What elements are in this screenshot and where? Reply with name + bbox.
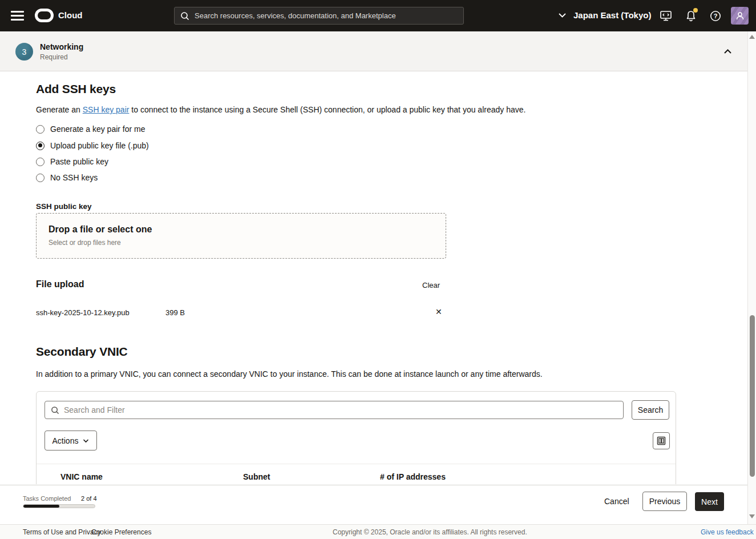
ssh-keys-description: Generate an SSH key pair to connect to t… xyxy=(36,105,525,114)
global-search-bar[interactable] xyxy=(174,7,464,25)
top-navigation-bar: Cloud Japan East (Tokyo) ? xyxy=(0,0,756,31)
ssh-key-option[interactable]: Paste public key xyxy=(36,157,108,166)
vnic-filter-input[interactable] xyxy=(64,405,617,415)
actions-dropdown-button[interactable]: Actions xyxy=(45,431,97,450)
cancel-button[interactable]: Cancel xyxy=(604,497,629,506)
chevron-down-icon xyxy=(83,439,89,443)
add-ssh-keys-title: Add SSH keys xyxy=(36,82,116,96)
radio-label: Paste public key xyxy=(50,157,108,166)
file-size: 399 B xyxy=(165,308,185,317)
file-upload-heading: File upload xyxy=(36,279,84,289)
radio-icon xyxy=(36,142,45,150)
search-icon xyxy=(180,11,189,21)
secondary-vnic-title: Secondary VNIC xyxy=(36,345,128,359)
vnic-filter-bar[interactable] xyxy=(45,401,624,419)
wizard-footer-bar: Tasks Completed 2 of 4 Cancel Previous N… xyxy=(0,485,747,524)
progress-fill xyxy=(23,505,59,508)
column-header-subnet: Subnet xyxy=(243,472,270,481)
dropzone-subtitle: Select or drop files here xyxy=(48,239,434,247)
wizard-step-header: 3 Networking Required xyxy=(0,31,747,71)
copyright-text: Copyright © 2025, Oracle and/or its affi… xyxy=(333,528,527,536)
vnic-table-header: VNIC name Subnet # of IP addresses xyxy=(37,464,676,484)
next-button[interactable]: Next xyxy=(695,492,724,511)
search-icon xyxy=(51,406,59,415)
cookie-preferences-link[interactable]: Cookie Preferences xyxy=(91,528,151,536)
dropzone-title: Drop a file or select one xyxy=(48,224,434,235)
vnic-list-card: Search Actions VNIC name Subnet # of IP … xyxy=(36,391,676,484)
svg-text:?: ? xyxy=(714,13,718,19)
ssh-key-pair-link[interactable]: SSH key pair xyxy=(83,105,130,114)
ssh-public-key-label: SSH public key xyxy=(36,202,92,211)
radio-label: No SSH keys xyxy=(50,173,98,182)
vertical-scrollbar[interactable] xyxy=(747,31,756,524)
region-selector[interactable]: Japan East (Tokyo) xyxy=(573,10,651,20)
column-header-ip-addresses: # of IP addresses xyxy=(380,472,446,481)
ssh-key-option[interactable]: Generate a key pair for me xyxy=(36,124,145,134)
hamburger-menu-icon[interactable] xyxy=(11,11,24,21)
tasks-completed-count: 2 of 4 xyxy=(81,495,97,502)
radio-label: Upload public key file (.pub) xyxy=(50,141,149,150)
manage-columns-button[interactable] xyxy=(653,432,670,449)
table-columns-icon xyxy=(657,436,666,445)
tasks-completed-label: Tasks Completed xyxy=(23,495,71,502)
radio-icon xyxy=(36,125,45,134)
notifications-bell-icon[interactable] xyxy=(685,10,697,22)
scrollbar-thumb[interactable] xyxy=(750,315,755,477)
actions-label: Actions xyxy=(52,436,79,445)
global-search-input[interactable] xyxy=(195,11,458,20)
person-icon xyxy=(735,11,745,21)
step-number-badge: 3 xyxy=(15,43,33,61)
radio-icon xyxy=(36,158,45,166)
vnic-search-button[interactable]: Search xyxy=(632,400,669,420)
oracle-logo[interactable] xyxy=(35,9,54,22)
region-chevron-down-icon[interactable] xyxy=(558,12,567,18)
notification-badge xyxy=(693,8,698,13)
remove-file-icon[interactable]: ✕ xyxy=(435,307,442,316)
terms-link[interactable]: Terms of Use and Privacy xyxy=(23,528,101,536)
step-subtitle: Required xyxy=(40,53,68,61)
chevron-up-icon xyxy=(723,49,732,54)
radio-label: Generate a key pair for me xyxy=(50,124,145,134)
tasks-progress-bar xyxy=(23,504,95,508)
file-name: ssh-key-2025-10-12.key.pub xyxy=(36,308,130,317)
description-text: Generate an xyxy=(36,105,83,114)
step-title: Networking xyxy=(40,42,83,51)
column-header-vnic-name: VNIC name xyxy=(60,472,103,481)
radio-icon xyxy=(36,174,45,182)
brand-label: Cloud xyxy=(58,10,83,20)
secondary-vnic-description: In addition to a primary VNIC, you can c… xyxy=(36,369,543,379)
scroll-down-arrow[interactable] xyxy=(749,514,755,518)
file-dropzone[interactable]: Drop a file or select one Select or drop… xyxy=(36,213,446,259)
ssh-key-option[interactable]: No SSH keys xyxy=(36,173,98,182)
help-icon[interactable]: ? xyxy=(709,10,722,22)
collapse-section-button[interactable] xyxy=(720,44,735,59)
page-footer: Terms of Use and Privacy Cookie Preferen… xyxy=(0,524,756,539)
feedback-link[interactable]: Give us feedback xyxy=(701,528,754,536)
previous-button[interactable]: Previous xyxy=(642,492,687,511)
cloud-shell-icon[interactable] xyxy=(660,10,672,22)
uploaded-file-row: ssh-key-2025-10-12.key.pub 399 B ✕ xyxy=(36,308,447,317)
description-text: to connect to the instance using a Secur… xyxy=(129,105,525,114)
scroll-up-arrow[interactable] xyxy=(749,35,755,39)
main-content: Add SSH keys Generate an SSH key pair to… xyxy=(0,72,747,484)
user-avatar[interactable] xyxy=(731,7,749,25)
ssh-key-option[interactable]: Upload public key file (.pub) xyxy=(36,141,149,150)
clear-files-button[interactable]: Clear xyxy=(422,281,440,289)
